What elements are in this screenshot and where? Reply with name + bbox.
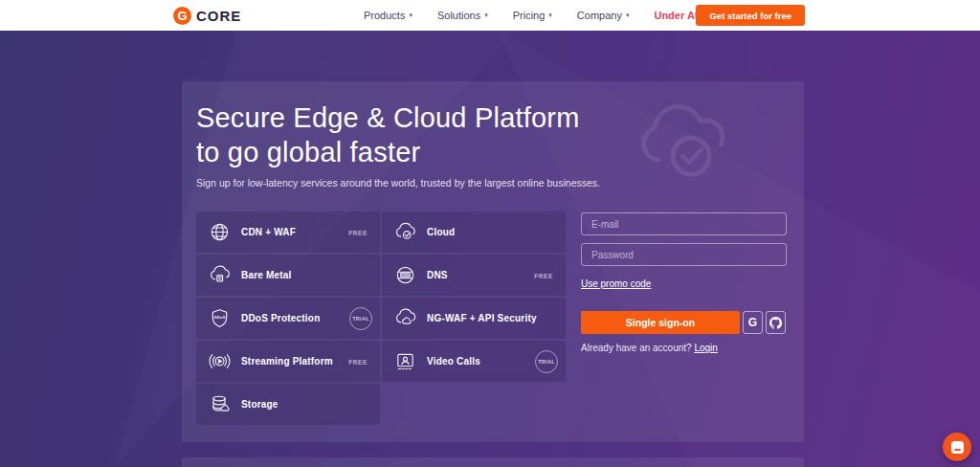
services-grid: CDN + WAF FREE Bare Metal DDoS	[196, 211, 566, 425]
service-item-ng-waf[interactable]: NG-WAF + API Security	[382, 298, 566, 339]
password-field[interactable]	[581, 243, 787, 266]
nav-item-label: Pricing	[513, 10, 546, 21]
service-label: DNS	[427, 270, 448, 280]
get-started-button[interactable]: Get started for free	[696, 5, 805, 26]
storage-icon	[208, 393, 231, 416]
service-item-video-calls[interactable]: Video Calls TRIAL	[382, 341, 566, 382]
service-label: DDoS Protection	[241, 313, 320, 323]
svg-text:DNS: DNS	[401, 273, 410, 278]
chevron-down-icon: ▾	[409, 11, 412, 19]
free-badge: FREE	[348, 358, 368, 365]
service-label: Bare Metal	[241, 270, 292, 280]
trial-badge: TRIAL	[535, 350, 558, 373]
cloud-check-watermark-icon	[630, 97, 743, 196]
nav-item-company[interactable]: Company ▾	[577, 10, 630, 21]
title-line-1: Secure Edge & Cloud Platform	[196, 100, 580, 135]
globe-icon	[208, 221, 231, 244]
logo-text: CORE	[196, 8, 241, 24]
service-label: Storage	[241, 399, 278, 410]
sso-row: Single sign-on G	[581, 311, 787, 334]
login-prompt: Already have an account? Login	[581, 343, 787, 353]
service-item-cdn-waf[interactable]: CDN + WAF FREE	[196, 211, 380, 253]
nav-menu: Products ▾ Solutions ▾ Pricing ▾ Company…	[364, 0, 725, 31]
nav-item-label: Solutions	[437, 10, 480, 21]
logo[interactable]: G CORE	[173, 0, 241, 31]
cloud-icon	[393, 307, 416, 330]
login-link[interactable]: Login	[694, 343, 717, 353]
free-badge: FREE	[348, 229, 368, 235]
top-navbar: G CORE Products ▾ Solutions ▾ Pricing ▾ …	[0, 0, 980, 31]
cloud-server-icon	[208, 264, 231, 287]
nav-item-label: Products	[364, 10, 405, 21]
signup-form: Use promo code Single sign-on G Already …	[581, 212, 787, 353]
service-item-dns[interactable]: DNS DNS FREE	[382, 255, 566, 296]
chat-icon	[951, 441, 964, 454]
service-label: Streaming Platform	[241, 356, 333, 367]
google-icon: G	[748, 316, 757, 329]
chevron-down-icon: ▾	[626, 11, 630, 19]
nav-item-solutions[interactable]: Solutions ▾	[437, 10, 488, 21]
trial-badge: TRIAL	[349, 307, 372, 330]
service-item-streaming-platform[interactable]: Streaming Platform FREE	[196, 341, 380, 382]
single-sign-on-button[interactable]: Single sign-on	[581, 311, 740, 334]
cloud-check-icon	[393, 221, 416, 244]
github-signin-button[interactable]	[766, 311, 786, 334]
login-prompt-text: Already have an account?	[581, 343, 692, 353]
service-item-cloud[interactable]: Cloud	[382, 211, 566, 253]
google-signin-button[interactable]: G	[743, 311, 763, 334]
service-item-bare-metal[interactable]: Bare Metal	[196, 255, 380, 296]
title-line-2: to go global faster	[196, 135, 580, 169]
stream-icon	[208, 350, 231, 373]
svg-text:DDoS: DDoS	[213, 315, 225, 320]
nav-item-label: Company	[577, 10, 622, 21]
service-label: NG-WAF + API Security	[427, 313, 537, 323]
page-subtitle: Sign up for low-latency services around …	[196, 177, 600, 189]
next-section-card	[182, 457, 804, 467]
video-call-icon	[393, 350, 416, 373]
github-icon	[769, 317, 782, 329]
service-label: CDN + WAF	[241, 227, 296, 237]
service-label: Cloud	[427, 227, 455, 237]
hero-card: Secure Edge & Cloud Platform to go globa…	[182, 81, 804, 442]
service-item-storage[interactable]: Storage	[196, 384, 380, 425]
service-label: Video Calls	[427, 356, 480, 367]
page-title: Secure Edge & Cloud Platform to go globa…	[196, 100, 580, 169]
nav-item-products[interactable]: Products ▾	[364, 10, 412, 21]
chevron-down-icon: ▾	[484, 11, 488, 19]
gcore-logo-icon: G	[173, 7, 191, 25]
service-item-ddos-protection[interactable]: DDoS DDoS Protection TRIAL	[196, 298, 380, 339]
chevron-down-icon: ▾	[548, 11, 552, 19]
chat-widget-button[interactable]	[943, 433, 971, 461]
email-field[interactable]	[581, 212, 787, 235]
promo-code-link[interactable]: Use promo code	[581, 278, 651, 289]
shield-icon: DDoS	[208, 307, 231, 330]
free-badge: FREE	[534, 272, 553, 278]
nav-item-pricing[interactable]: Pricing ▾	[513, 10, 552, 21]
dns-globe-icon: DNS	[393, 264, 416, 287]
